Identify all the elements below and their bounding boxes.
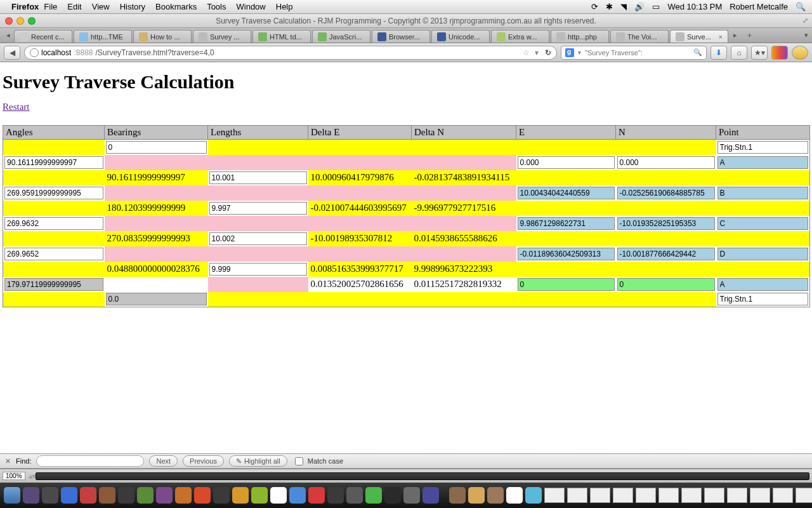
app-icon[interactable] [251,487,268,504]
point-input[interactable] [717,278,809,291]
firefox-icon[interactable] [232,487,249,504]
highlight-all-button[interactable]: ✎Highlight all [229,455,287,467]
extension-button[interactable] [792,46,808,60]
tab-scroll-left[interactable]: ◂ [3,28,14,43]
window-zoom-button[interactable] [28,17,36,25]
angle-input[interactable] [4,278,103,291]
back-button[interactable]: ◀ [4,46,20,60]
app-name[interactable]: Firefox [11,2,39,11]
minimized-window[interactable] [727,488,747,503]
tab-scroll-right[interactable]: ▸ [730,28,741,43]
minimized-window[interactable] [773,488,793,503]
app-icon[interactable] [194,487,211,504]
restart-link[interactable]: Restart [3,102,30,112]
folder-icon[interactable] [468,487,485,504]
minimized-window[interactable] [704,488,724,503]
app-icon[interactable] [99,487,115,504]
battery-icon[interactable]: ▭ [652,2,660,11]
app-icon[interactable] [384,487,401,504]
tab[interactable]: Unicode... [431,30,490,43]
window-close-button[interactable] [5,17,13,25]
e-input[interactable] [518,278,615,291]
close-findbar-button[interactable]: ✕ [5,457,11,465]
angle-input[interactable] [4,187,103,199]
app-icon[interactable] [422,487,439,504]
menu-bookmarks[interactable]: Bookmarks [155,2,197,11]
minimized-window[interactable] [567,488,587,503]
minimized-window[interactable] [750,488,770,503]
tab[interactable]: The Voi... [610,30,669,43]
minimized-window[interactable] [613,488,633,503]
tab[interactable]: http...php [551,30,609,43]
reload-icon[interactable]: ↻ [545,48,551,57]
menu-help[interactable]: Help [276,2,293,11]
safari-icon[interactable] [61,487,77,504]
n-input[interactable] [617,187,715,199]
find-next-button[interactable]: Next [149,455,178,467]
chrome-icon[interactable] [270,487,287,504]
menu-tools[interactable]: Tools [207,2,226,11]
length-input[interactable] [209,232,307,245]
fullscreen-icon[interactable]: ⤢ [802,17,808,25]
minimized-window[interactable] [636,488,656,503]
app-icon[interactable] [80,487,96,504]
menu-edit[interactable]: Edit [67,2,81,11]
window-minimize-button[interactable] [16,17,24,25]
n-input[interactable] [617,217,715,230]
minimized-window[interactable] [590,488,610,503]
folder-icon[interactable] [449,487,466,504]
app-icon[interactable] [365,487,382,504]
timemachine-icon[interactable]: ⟳ [591,2,598,11]
tab-list-button[interactable]: ▾ [801,28,812,43]
length-input[interactable] [209,171,307,184]
angle-input[interactable] [4,156,103,169]
app-icon[interactable] [175,487,192,504]
bluetooth-icon[interactable]: ✱ [606,2,613,11]
minimized-window[interactable] [658,488,679,503]
point-input[interactable] [717,156,809,169]
folder-icon[interactable] [525,487,542,504]
document-icon[interactable] [506,487,523,504]
folder-icon[interactable] [487,487,504,504]
site-identity-icon[interactable] [30,48,39,57]
point-input[interactable] [717,293,809,305]
minimized-window[interactable] [796,488,812,503]
wifi-icon[interactable]: ◥ [620,2,627,11]
find-input[interactable] [36,455,144,467]
minimized-window[interactable] [681,488,702,503]
colorzilla-button[interactable] [771,46,788,60]
menu-window[interactable]: Window [237,2,266,11]
n-input[interactable] [617,156,715,169]
url-history-dropdown[interactable]: ▾ [535,48,539,57]
horizontal-scrollbar[interactable] [36,472,809,480]
tab[interactable]: HTML td... [252,30,311,43]
new-tab-button[interactable]: ＋ [742,28,756,43]
e-input[interactable] [518,156,615,169]
clock[interactable]: Wed 10:13 PM [667,2,722,11]
n-input[interactable] [617,248,715,260]
app-icon[interactable] [42,487,58,504]
app-icon[interactable] [289,487,306,504]
address-bar[interactable]: localhost:8888/SurveyTraverse.html?trave… [24,46,557,60]
tab[interactable]: Survey ... [193,30,251,43]
point-input[interactable] [717,141,809,154]
download-button[interactable]: ⬇ [710,46,727,60]
angle-input[interactable] [4,248,103,260]
app-icon[interactable] [156,487,173,504]
length-input[interactable] [209,263,307,276]
volume-icon[interactable]: 🔊 [634,2,645,11]
zoom-level[interactable]: 100% [3,472,25,480]
search-engine-dropdown[interactable]: ▾ [578,49,581,56]
tab[interactable]: Browser... [372,30,430,43]
tab[interactable]: Extra w... [491,30,549,43]
spotlight-icon[interactable]: 🔍 [796,2,806,11]
tab[interactable]: JavaScri... [312,30,370,43]
point-input[interactable] [717,217,809,230]
n-input[interactable] [617,278,715,291]
user-name[interactable]: Robert Metcalfe [730,2,788,11]
finder-icon[interactable] [4,487,20,504]
search-icon[interactable]: 🔍 [693,48,702,57]
length-input[interactable] [209,202,307,215]
app-icon[interactable] [213,487,230,504]
match-case-checkbox[interactable] [295,457,303,465]
